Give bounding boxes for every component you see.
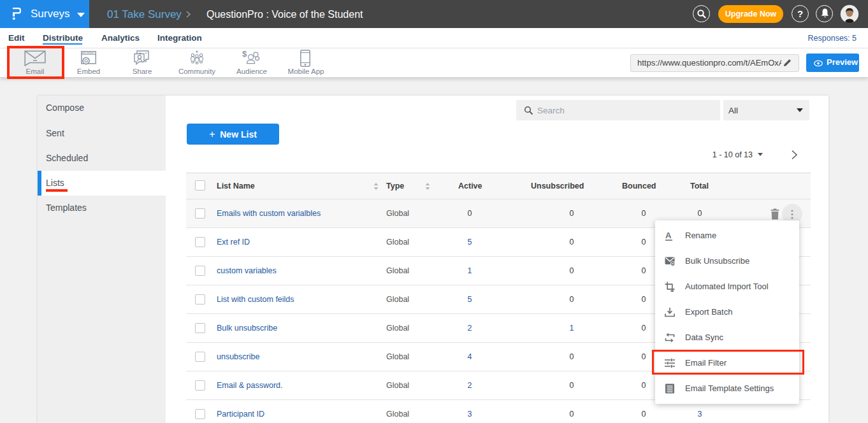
svg-text:A: A bbox=[665, 231, 672, 240]
svg-text:$: $ bbox=[242, 49, 247, 59]
